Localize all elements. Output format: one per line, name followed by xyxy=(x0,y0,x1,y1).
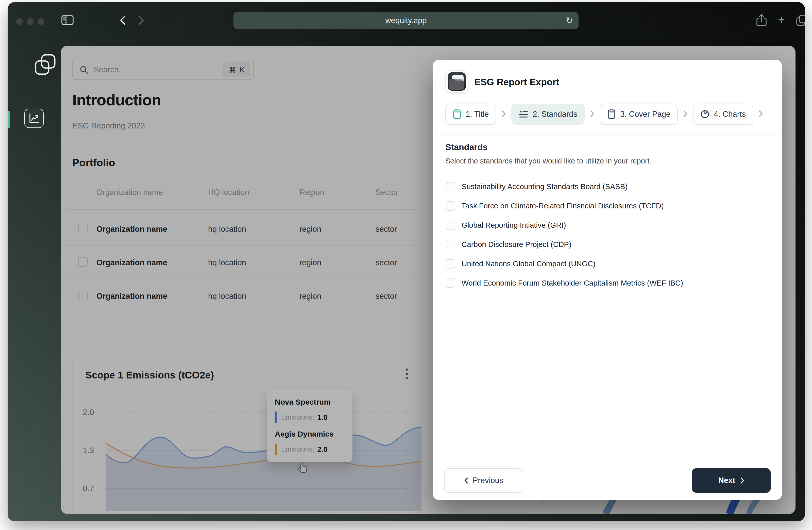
modal-divider xyxy=(433,134,782,134)
close-window-button[interactable] xyxy=(16,18,23,25)
export-app-icon xyxy=(445,70,468,93)
checkbox[interactable] xyxy=(446,201,455,211)
address-bar[interactable]: ↻ xyxy=(233,12,579,29)
checkbox[interactable] xyxy=(446,220,455,230)
zoom-window-button[interactable] xyxy=(38,18,44,25)
list-start-icon xyxy=(519,110,528,119)
modal-title: ESG Report Export xyxy=(474,77,559,88)
url-input[interactable] xyxy=(233,16,579,25)
step-label: 3. Cover Page xyxy=(620,110,670,119)
minimize-window-button[interactable] xyxy=(27,18,33,25)
checkbox[interactable] xyxy=(446,240,455,249)
standard-label: Sustainability Accounting Standarts Boar… xyxy=(462,182,627,191)
step-standards[interactable]: 2. Standards xyxy=(511,103,585,125)
reload-icon[interactable]: ↻ xyxy=(566,15,573,25)
active-nav-indicator xyxy=(8,111,10,128)
document-icon xyxy=(607,109,616,119)
standard-option[interactable]: United Nations Global Compact (UNGC) xyxy=(446,254,769,273)
chevron-right-icon xyxy=(740,477,744,484)
standard-option[interactable]: Task Force on Climate-Related Finsncial … xyxy=(446,196,769,215)
standard-option[interactable]: World Economic Forum Stakeholder Capital… xyxy=(446,273,769,293)
standard-label: Task Force on Climate-Related Finsncial … xyxy=(462,202,664,210)
step-title[interactable]: 1. Title xyxy=(445,103,496,125)
chevron-right-icon xyxy=(683,110,688,118)
step-label: 2. Standards xyxy=(533,110,577,119)
step-label: 4. Charts xyxy=(714,110,746,119)
standard-label: United Nations Global Compact (UNGC) xyxy=(462,259,596,268)
sidebar-toggle-icon[interactable] xyxy=(61,15,74,26)
step-charts[interactable]: 4. Charts xyxy=(693,103,753,125)
back-icon[interactable] xyxy=(119,15,126,27)
previous-button[interactable]: Previous xyxy=(444,468,523,493)
standard-option[interactable]: Carbon Disclosure Project (CDP) xyxy=(446,235,769,254)
standards-heading: Standards xyxy=(445,142,488,152)
sidebar-item-analytics[interactable] xyxy=(24,109,44,128)
next-button[interactable]: Next xyxy=(692,468,771,493)
document-icon xyxy=(453,109,461,119)
standard-label: Global Reporting Intiative (GRI) xyxy=(462,221,566,229)
tab-overview-icon[interactable] xyxy=(795,14,805,28)
chevron-left-icon xyxy=(464,477,468,484)
standard-label: Carbon Disclosure Project (CDP) xyxy=(462,240,571,249)
step-cover-page[interactable]: 3. Cover Page xyxy=(600,103,678,125)
pie-chart-icon xyxy=(700,110,710,119)
chevron-right-icon xyxy=(590,110,595,118)
modal-footer: Previous Next xyxy=(444,468,771,493)
standard-label: World Economic Forum Stakeholder Capital… xyxy=(462,279,683,287)
browser-toolbar: ↻ + xyxy=(8,2,805,32)
checkbox[interactable] xyxy=(446,259,455,269)
chevron-right-icon xyxy=(758,110,763,118)
standard-option[interactable]: Global Reporting Intiative (GRI) xyxy=(446,215,769,235)
new-tab-icon[interactable]: + xyxy=(778,14,785,25)
line-chart-icon xyxy=(28,113,40,124)
standards-description: Select the standards that you would like… xyxy=(445,157,651,165)
checkbox[interactable] xyxy=(446,278,455,288)
wequity-logo xyxy=(33,53,57,77)
wizard-steps: 1. Title 2. Standards xyxy=(445,103,782,125)
previous-label: Previous xyxy=(473,476,504,485)
next-label: Next xyxy=(718,476,735,485)
browser-window: ↻ + xyxy=(8,2,805,521)
chevron-right-icon xyxy=(502,110,506,118)
share-icon[interactable] xyxy=(756,14,767,28)
checkbox[interactable] xyxy=(446,182,455,191)
forward-icon[interactable] xyxy=(137,15,145,27)
esg-report-export-modal: ESG Report Export 1. Title xyxy=(433,60,782,500)
standards-list: Sustainability Accounting Standarts Boar… xyxy=(446,177,769,293)
step-label: 1. Title xyxy=(466,110,489,119)
standard-option[interactable]: Sustainability Accounting Standarts Boar… xyxy=(446,177,769,196)
